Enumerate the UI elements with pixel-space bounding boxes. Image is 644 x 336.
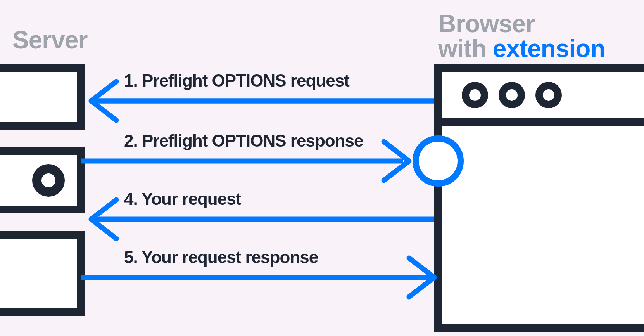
server-rack <box>0 68 81 312</box>
svg-point-10 <box>506 89 518 101</box>
svg-point-8 <box>469 89 481 101</box>
browser-window <box>438 68 644 328</box>
svg-rect-5 <box>438 68 644 328</box>
step-5-label: 5. Your request response <box>124 248 318 267</box>
svg-point-12 <box>543 89 554 101</box>
svg-rect-4 <box>0 235 81 312</box>
step-4-label: 4. Your request <box>124 189 241 209</box>
browser-dots <box>462 82 562 108</box>
diagram-svg <box>0 0 644 336</box>
extension-ring <box>416 139 461 184</box>
svg-point-3 <box>41 173 55 187</box>
svg-rect-0 <box>0 68 81 126</box>
step-2-label: 2. Preflight OPTIONS response <box>124 131 363 151</box>
step-1-label: 1. Preflight OPTIONS request <box>124 71 349 90</box>
